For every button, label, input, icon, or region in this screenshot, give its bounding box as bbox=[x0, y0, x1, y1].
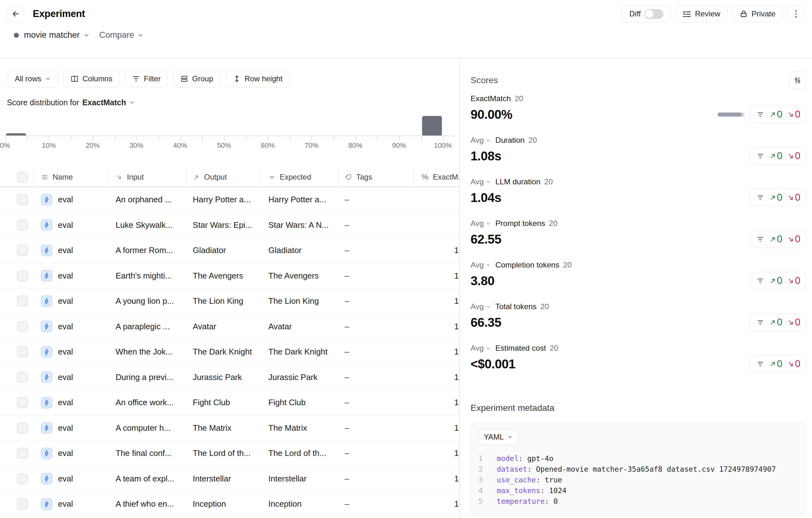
metric-name: ExactMatch bbox=[470, 94, 511, 103]
row-expected: Harry Potter a... bbox=[261, 187, 338, 212]
row-expected: The Avengers bbox=[261, 263, 338, 289]
axis-tick-label: 90% bbox=[392, 142, 406, 150]
aggregator-selector[interactable]: Avg bbox=[470, 136, 491, 145]
group-icon bbox=[180, 75, 188, 83]
score-metric-completion-tokens: AvgCompletion tokens203.8000 bbox=[470, 261, 806, 290]
row-checkbox[interactable] bbox=[17, 423, 28, 434]
aggregator-selector[interactable]: Avg bbox=[470, 302, 491, 311]
table-row[interactable]: evalAn office work...Fight ClubFight Clu… bbox=[0, 390, 459, 415]
experiment-selector[interactable]: movie matcher bbox=[24, 30, 90, 40]
row-expected: The Dark Knight bbox=[261, 339, 338, 365]
yaml-line: 5temperature: 0 bbox=[478, 496, 799, 507]
aggregator-selector[interactable]: Avg bbox=[470, 219, 491, 228]
histogram-bar[interactable] bbox=[6, 133, 26, 136]
row-checkbox[interactable] bbox=[17, 498, 28, 510]
metric-comparison-pill[interactable]: 00 bbox=[750, 189, 807, 206]
aggregator-selector[interactable]: Avg bbox=[470, 177, 491, 186]
private-button[interactable]: Private bbox=[732, 5, 783, 22]
rows-filter-button[interactable]: All rows bbox=[7, 70, 58, 88]
review-button[interactable]: Review bbox=[675, 5, 727, 22]
metric-count: 20 bbox=[541, 302, 549, 311]
experiment-name: movie matcher bbox=[24, 30, 80, 40]
group-button[interactable]: Group bbox=[173, 70, 221, 88]
row-height-button[interactable]: Row height bbox=[226, 70, 290, 88]
compare-label: Compare bbox=[99, 30, 134, 40]
metadata-format-selector[interactable]: YAML bbox=[478, 429, 518, 445]
row-checkbox[interactable] bbox=[17, 270, 28, 281]
aggregator-selector[interactable]: Avg bbox=[470, 344, 491, 352]
row-checkbox[interactable] bbox=[17, 473, 28, 484]
column-header-input[interactable]: Input bbox=[109, 168, 186, 186]
metric-comparison-pill[interactable]: 00 bbox=[750, 230, 807, 248]
row-checkbox[interactable] bbox=[17, 321, 28, 332]
column-header-output[interactable]: Output bbox=[186, 168, 261, 186]
column-header-name[interactable]: Name bbox=[33, 168, 109, 186]
metric-comparison-pill[interactable]: 00 bbox=[750, 106, 807, 123]
improvements-count: 0 bbox=[770, 317, 782, 328]
metric-comparison-pill[interactable]: 00 bbox=[750, 314, 807, 331]
rows-filter-label: All rows bbox=[15, 74, 41, 83]
table-row[interactable]: evalA thief who en...InceptionInception–… bbox=[0, 492, 459, 517]
table-row[interactable]: evalA former Rom...GladiatorGladiator–10… bbox=[0, 238, 459, 263]
scores-settings-button[interactable] bbox=[789, 71, 806, 89]
table-row[interactable]: evalDuring a previ...Jurassic ParkJurass… bbox=[0, 365, 459, 391]
experiment-page: Experiment Diff Review Private bbox=[0, 0, 812, 518]
row-checkbox[interactable] bbox=[17, 194, 28, 205]
select-all-checkbox[interactable] bbox=[17, 172, 28, 183]
filter-icon bbox=[756, 152, 764, 160]
metric-comparison-pill[interactable]: 00 bbox=[750, 147, 807, 165]
metric-count: 20 bbox=[515, 94, 523, 103]
column-header-expected[interactable]: Expected bbox=[261, 168, 338, 186]
table-row[interactable]: evalLuke Skywalk...Star Wars: Epi...Star… bbox=[0, 213, 459, 238]
row-checkbox[interactable] bbox=[17, 295, 28, 307]
axis-tick-label: 70% bbox=[304, 142, 318, 150]
eval-bolt-icon bbox=[41, 498, 52, 510]
column-header-tags[interactable]: Tags bbox=[338, 168, 413, 186]
yaml-line: 1model: gpt-4o bbox=[478, 453, 799, 464]
metric-value: 1.04s bbox=[470, 191, 501, 205]
filter-button[interactable]: Filter bbox=[125, 70, 168, 88]
row-checkbox[interactable] bbox=[17, 245, 28, 256]
axis-tick-label: 100% bbox=[434, 142, 452, 150]
more-options-button[interactable] bbox=[787, 5, 805, 22]
row-score: 100.00% bbox=[413, 289, 459, 314]
table-row[interactable]: evalThe final conf...The Lord of th...Th… bbox=[0, 441, 459, 466]
row-checkbox[interactable] bbox=[17, 372, 28, 383]
aggregator-label: Avg bbox=[470, 177, 484, 186]
aggregator-selector[interactable]: Avg bbox=[470, 261, 491, 269]
percent-icon: % bbox=[422, 173, 428, 181]
row-height-icon bbox=[233, 75, 241, 83]
histogram-bar[interactable] bbox=[422, 116, 442, 136]
metric-count: 20 bbox=[549, 219, 557, 228]
yaml-line: 3use_cache: true bbox=[478, 474, 799, 485]
column-header-exactmatch[interactable]: % ExactM... bbox=[413, 168, 459, 186]
axis-tick-label: 60% bbox=[261, 142, 274, 150]
metric-comparison-pill[interactable]: 00 bbox=[750, 272, 807, 290]
diff-toggle-switch[interactable] bbox=[644, 9, 663, 19]
back-button[interactable] bbox=[7, 5, 24, 23]
table-row[interactable]: evalA paraplegic ...AvatarAvatar–100.00% bbox=[0, 314, 459, 340]
diff-toggle-button[interactable]: Diff bbox=[622, 5, 671, 22]
arrow-left-icon bbox=[11, 9, 20, 18]
table-row[interactable]: evalA computer h...The MatrixThe Matrix–… bbox=[0, 415, 459, 441]
compare-selector[interactable]: Compare bbox=[99, 30, 144, 40]
row-name: eval bbox=[58, 474, 73, 484]
table-row[interactable]: evalA young lion p...The Lion KingThe Li… bbox=[0, 289, 459, 314]
filter-icon bbox=[132, 75, 140, 83]
aggregator-label: Avg bbox=[470, 136, 484, 145]
metric-comparison-pill[interactable]: 00 bbox=[750, 355, 807, 373]
table-row[interactable]: evalWhen the Jok...The Dark KnightThe Da… bbox=[0, 339, 459, 365]
score-distribution-selector[interactable]: Score distribution for ExactMatch bbox=[7, 97, 459, 108]
table-row[interactable]: evalA team of expl...InterstellarInterst… bbox=[0, 466, 459, 492]
row-checkbox[interactable] bbox=[17, 397, 28, 408]
columns-button[interactable]: Columns bbox=[63, 70, 120, 88]
row-checkbox[interactable] bbox=[17, 346, 28, 357]
row-checkbox[interactable] bbox=[17, 220, 28, 231]
table-row[interactable]: evalAn orphaned ...Harry Potter a...Harr… bbox=[0, 187, 459, 213]
metric-name: LLM duration bbox=[495, 177, 541, 186]
row-input: The final conf... bbox=[109, 441, 186, 466]
row-name: eval bbox=[58, 322, 73, 332]
eval-bolt-icon bbox=[41, 397, 52, 408]
table-row[interactable]: evalEarth's mighti...The AvengersThe Ave… bbox=[0, 263, 459, 289]
row-checkbox[interactable] bbox=[17, 448, 28, 459]
